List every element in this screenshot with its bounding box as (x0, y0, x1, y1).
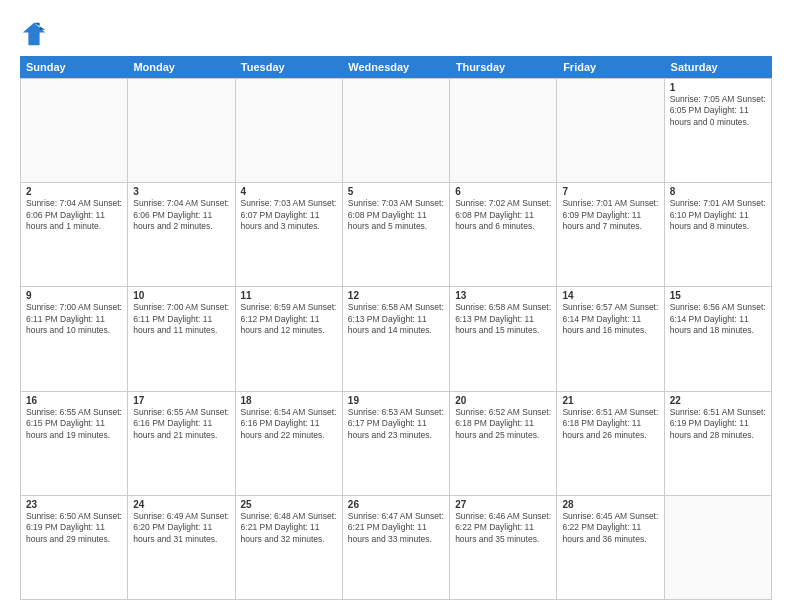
calendar: SundayMondayTuesdayWednesdayThursdayFrid… (20, 56, 772, 600)
day-number: 18 (241, 395, 337, 406)
day-number: 23 (26, 499, 122, 510)
day-detail: Sunrise: 7:02 AM Sunset: 6:08 PM Dayligh… (455, 198, 551, 232)
calendar-cell: 13Sunrise: 6:58 AM Sunset: 6:13 PM Dayli… (450, 287, 557, 391)
day-number: 28 (562, 499, 658, 510)
calendar-cell: 17Sunrise: 6:55 AM Sunset: 6:16 PM Dayli… (128, 392, 235, 496)
calendar-row: 16Sunrise: 6:55 AM Sunset: 6:15 PM Dayli… (21, 392, 772, 496)
day-number: 20 (455, 395, 551, 406)
calendar-cell: 2Sunrise: 7:04 AM Sunset: 6:06 PM Daylig… (21, 183, 128, 287)
calendar-header: SundayMondayTuesdayWednesdayThursdayFrid… (20, 56, 772, 78)
calendar-cell: 10Sunrise: 7:00 AM Sunset: 6:11 PM Dayli… (128, 287, 235, 391)
day-detail: Sunrise: 6:54 AM Sunset: 6:16 PM Dayligh… (241, 407, 337, 441)
day-detail: Sunrise: 7:04 AM Sunset: 6:06 PM Dayligh… (26, 198, 122, 232)
day-number: 25 (241, 499, 337, 510)
calendar-cell: 23Sunrise: 6:50 AM Sunset: 6:19 PM Dayli… (21, 496, 128, 600)
day-number: 26 (348, 499, 444, 510)
day-number: 3 (133, 186, 229, 197)
logo-icon (20, 20, 48, 48)
calendar-cell: 28Sunrise: 6:45 AM Sunset: 6:22 PM Dayli… (557, 496, 664, 600)
calendar-cell: 22Sunrise: 6:51 AM Sunset: 6:19 PM Dayli… (665, 392, 772, 496)
calendar-row: 23Sunrise: 6:50 AM Sunset: 6:19 PM Dayli… (21, 496, 772, 600)
calendar-header-cell: Tuesday (235, 56, 342, 78)
day-detail: Sunrise: 7:01 AM Sunset: 6:10 PM Dayligh… (670, 198, 766, 232)
day-number: 14 (562, 290, 658, 301)
day-detail: Sunrise: 6:45 AM Sunset: 6:22 PM Dayligh… (562, 511, 658, 545)
day-detail: Sunrise: 6:55 AM Sunset: 6:16 PM Dayligh… (133, 407, 229, 441)
day-number: 13 (455, 290, 551, 301)
day-number: 7 (562, 186, 658, 197)
day-number: 6 (455, 186, 551, 197)
day-detail: Sunrise: 6:55 AM Sunset: 6:15 PM Dayligh… (26, 407, 122, 441)
day-detail: Sunrise: 6:53 AM Sunset: 6:17 PM Dayligh… (348, 407, 444, 441)
day-number: 12 (348, 290, 444, 301)
calendar-cell: 20Sunrise: 6:52 AM Sunset: 6:18 PM Dayli… (450, 392, 557, 496)
day-detail: Sunrise: 6:58 AM Sunset: 6:13 PM Dayligh… (348, 302, 444, 336)
day-detail: Sunrise: 7:05 AM Sunset: 6:05 PM Dayligh… (670, 94, 766, 128)
day-number: 27 (455, 499, 551, 510)
day-detail: Sunrise: 7:04 AM Sunset: 6:06 PM Dayligh… (133, 198, 229, 232)
day-number: 1 (670, 82, 766, 93)
day-number: 22 (670, 395, 766, 406)
calendar-cell: 9Sunrise: 7:00 AM Sunset: 6:11 PM Daylig… (21, 287, 128, 391)
calendar-header-cell: Thursday (450, 56, 557, 78)
day-detail: Sunrise: 7:00 AM Sunset: 6:11 PM Dayligh… (133, 302, 229, 336)
day-detail: Sunrise: 6:50 AM Sunset: 6:19 PM Dayligh… (26, 511, 122, 545)
day-detail: Sunrise: 6:51 AM Sunset: 6:19 PM Dayligh… (670, 407, 766, 441)
calendar-cell (450, 79, 557, 183)
calendar-cell: 16Sunrise: 6:55 AM Sunset: 6:15 PM Dayli… (21, 392, 128, 496)
calendar-cell (665, 496, 772, 600)
calendar-cell: 3Sunrise: 7:04 AM Sunset: 6:06 PM Daylig… (128, 183, 235, 287)
day-number: 16 (26, 395, 122, 406)
calendar-cell (128, 79, 235, 183)
calendar-cell: 26Sunrise: 6:47 AM Sunset: 6:21 PM Dayli… (343, 496, 450, 600)
calendar-header-cell: Wednesday (342, 56, 449, 78)
day-detail: Sunrise: 6:59 AM Sunset: 6:12 PM Dayligh… (241, 302, 337, 336)
calendar-cell: 12Sunrise: 6:58 AM Sunset: 6:13 PM Dayli… (343, 287, 450, 391)
calendar-cell: 14Sunrise: 6:57 AM Sunset: 6:14 PM Dayli… (557, 287, 664, 391)
calendar-cell: 21Sunrise: 6:51 AM Sunset: 6:18 PM Dayli… (557, 392, 664, 496)
calendar-cell (557, 79, 664, 183)
calendar-header-cell: Friday (557, 56, 664, 78)
header (20, 16, 772, 48)
calendar-cell (343, 79, 450, 183)
calendar-cell (236, 79, 343, 183)
day-detail: Sunrise: 6:51 AM Sunset: 6:18 PM Dayligh… (562, 407, 658, 441)
calendar-cell: 18Sunrise: 6:54 AM Sunset: 6:16 PM Dayli… (236, 392, 343, 496)
day-detail: Sunrise: 6:47 AM Sunset: 6:21 PM Dayligh… (348, 511, 444, 545)
day-number: 5 (348, 186, 444, 197)
day-detail: Sunrise: 6:58 AM Sunset: 6:13 PM Dayligh… (455, 302, 551, 336)
day-detail: Sunrise: 7:03 AM Sunset: 6:08 PM Dayligh… (348, 198, 444, 232)
day-number: 11 (241, 290, 337, 301)
day-number: 4 (241, 186, 337, 197)
day-detail: Sunrise: 7:00 AM Sunset: 6:11 PM Dayligh… (26, 302, 122, 336)
calendar-cell: 24Sunrise: 6:49 AM Sunset: 6:20 PM Dayli… (128, 496, 235, 600)
day-number: 17 (133, 395, 229, 406)
day-detail: Sunrise: 6:52 AM Sunset: 6:18 PM Dayligh… (455, 407, 551, 441)
day-detail: Sunrise: 6:46 AM Sunset: 6:22 PM Dayligh… (455, 511, 551, 545)
day-number: 2 (26, 186, 122, 197)
calendar-header-cell: Saturday (665, 56, 772, 78)
calendar-cell: 7Sunrise: 7:01 AM Sunset: 6:09 PM Daylig… (557, 183, 664, 287)
calendar-row: 9Sunrise: 7:00 AM Sunset: 6:11 PM Daylig… (21, 287, 772, 391)
logo (20, 20, 50, 48)
calendar-cell: 27Sunrise: 6:46 AM Sunset: 6:22 PM Dayli… (450, 496, 557, 600)
calendar-cell: 1Sunrise: 7:05 AM Sunset: 6:05 PM Daylig… (665, 79, 772, 183)
day-detail: Sunrise: 7:03 AM Sunset: 6:07 PM Dayligh… (241, 198, 337, 232)
calendar-header-cell: Monday (127, 56, 234, 78)
calendar-body: 1Sunrise: 7:05 AM Sunset: 6:05 PM Daylig… (20, 78, 772, 600)
day-detail: Sunrise: 6:48 AM Sunset: 6:21 PM Dayligh… (241, 511, 337, 545)
day-number: 15 (670, 290, 766, 301)
day-detail: Sunrise: 6:56 AM Sunset: 6:14 PM Dayligh… (670, 302, 766, 336)
calendar-row: 1Sunrise: 7:05 AM Sunset: 6:05 PM Daylig… (21, 79, 772, 183)
day-number: 24 (133, 499, 229, 510)
day-detail: Sunrise: 7:01 AM Sunset: 6:09 PM Dayligh… (562, 198, 658, 232)
day-number: 21 (562, 395, 658, 406)
calendar-cell: 11Sunrise: 6:59 AM Sunset: 6:12 PM Dayli… (236, 287, 343, 391)
page: SundayMondayTuesdayWednesdayThursdayFrid… (0, 0, 792, 612)
day-number: 10 (133, 290, 229, 301)
day-number: 19 (348, 395, 444, 406)
calendar-row: 2Sunrise: 7:04 AM Sunset: 6:06 PM Daylig… (21, 183, 772, 287)
day-detail: Sunrise: 6:49 AM Sunset: 6:20 PM Dayligh… (133, 511, 229, 545)
calendar-cell (21, 79, 128, 183)
calendar-cell: 15Sunrise: 6:56 AM Sunset: 6:14 PM Dayli… (665, 287, 772, 391)
